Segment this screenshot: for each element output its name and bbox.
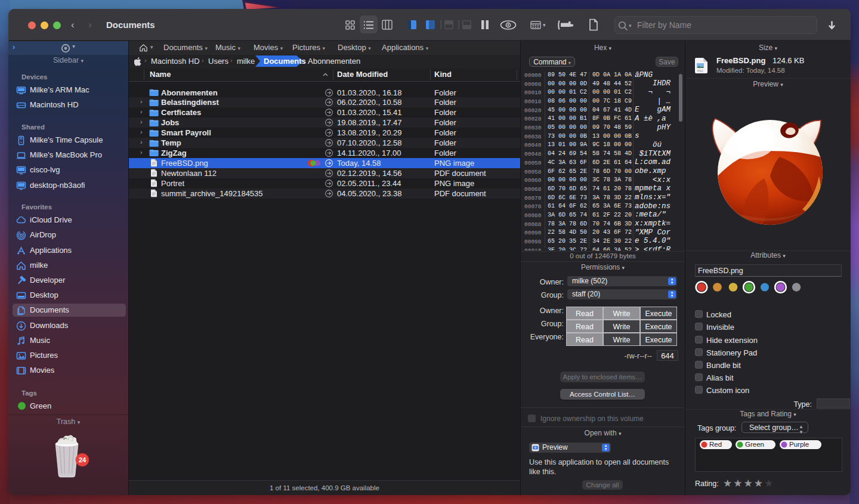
- svg-text:24: 24: [79, 456, 86, 463]
- svg-text:PNG: PNG: [697, 70, 703, 73]
